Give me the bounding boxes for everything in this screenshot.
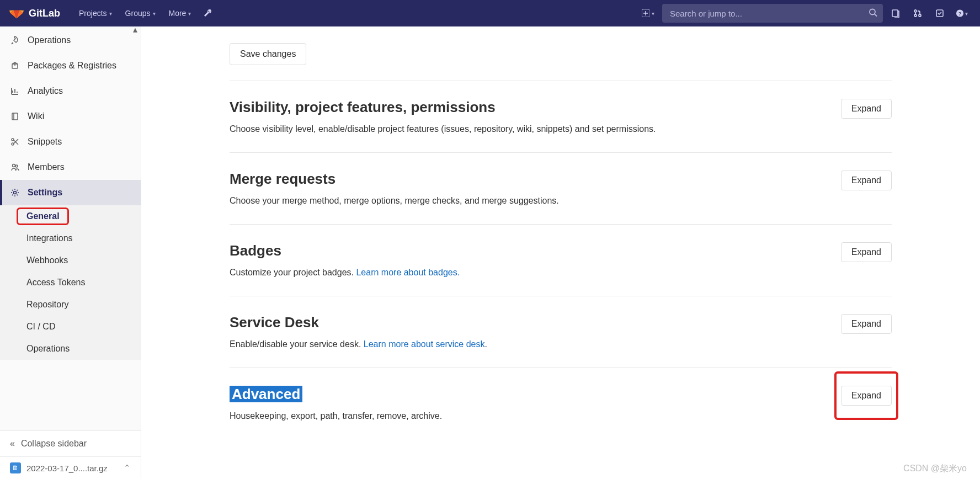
download-bar[interactable]: 🗎 2022-03-17_0....tar.gz ⌃ (0, 456, 141, 479)
main-content[interactable]: Save changes Visibility, project feature… (141, 26, 980, 479)
brand[interactable]: GitLab (9, 5, 60, 22)
sidebar-sub-integrations[interactable]: Integrations (0, 227, 141, 249)
sidebar-item-label: Snippets (28, 137, 62, 147)
svg-point-15 (14, 191, 17, 194)
svg-point-4 (914, 14, 917, 17)
sidebar-sub-ci-cd[interactable]: CI / CD (0, 316, 141, 338)
section-badges: Badges Customize your project badges. Le… (230, 224, 892, 296)
nav-groups[interactable]: Groups▾ (120, 6, 161, 21)
section-service-desk: Service Desk Enable/disable your service… (230, 296, 892, 368)
svg-point-5 (919, 14, 921, 17)
svg-point-12 (12, 143, 14, 145)
sidebar-sub-access-tokens[interactable]: Access Tokens (0, 272, 141, 294)
archive-file-icon: 🗎 (10, 462, 21, 473)
sidebar-item-label: Wiki (28, 111, 44, 121)
rocket-icon (10, 35, 20, 45)
new-menu[interactable]: ▾ (637, 6, 659, 20)
expand-button-badges[interactable]: Expand (841, 242, 892, 262)
save-changes-button[interactable]: Save changes (230, 43, 306, 65)
section-desc: Choose visibility level, enable/disable … (230, 123, 841, 136)
learn-more-service-desk-link[interactable]: Learn more about service desk (364, 339, 485, 349)
sidebar-item-snippets[interactable]: Snippets (0, 129, 141, 155)
chart-icon (10, 86, 20, 96)
download-filename: 2022-03-17_0....tar.gz (26, 464, 108, 473)
sidebar-item-analytics[interactable]: Analytics (0, 78, 141, 104)
sidebar-item-operations[interactable]: Operations (0, 28, 141, 53)
collapse-label: Collapse sidebar (21, 439, 87, 449)
section-desc: Customize your project badges. Learn mor… (230, 266, 841, 279)
watermark: CSDN @柴米yo (903, 463, 967, 475)
sidebar-item-wiki[interactable]: Wiki (0, 104, 141, 129)
book-icon (10, 111, 20, 121)
sidebar-sub-operations[interactable]: Operations (0, 338, 141, 360)
chevrons-left-icon: « (10, 439, 13, 449)
section-desc: Housekeeping, export, path, transfer, re… (230, 409, 841, 423)
expand-button-advanced[interactable]: Expand (841, 386, 892, 406)
expand-button-service-desk[interactable]: Expand (841, 314, 892, 334)
svg-rect-10 (12, 113, 18, 120)
sidebar-item-label: Operations (28, 35, 71, 45)
sidebar-item-label: Analytics (28, 86, 63, 96)
section-desc: Choose your merge method, merge options,… (230, 194, 841, 207)
sidebar-sub-repository[interactable]: Repository (0, 294, 141, 316)
scissors-icon (10, 137, 20, 147)
gitlab-logo-icon (9, 5, 24, 22)
nav-more[interactable]: More▾ (163, 6, 197, 21)
chevron-up-icon: ⌃ (124, 463, 131, 473)
sidebar-scroll[interactable]: ▴ Operations Packages & Registries Analy… (0, 26, 141, 430)
expand-button-visibility[interactable]: Expand (841, 99, 892, 119)
scroll-up-caret-icon: ▴ (133, 26, 137, 34)
section-merge-requests: Merge requests Choose your merge method,… (230, 152, 892, 224)
users-icon (10, 162, 20, 172)
svg-point-3 (914, 10, 917, 12)
search-input[interactable] (662, 4, 883, 23)
sidebar-item-settings[interactable]: Settings (0, 180, 141, 205)
help-menu[interactable]: ? ▾ (952, 4, 971, 23)
expand-button-merge-requests[interactable]: Expand (841, 171, 892, 190)
collapse-sidebar-button[interactable]: « Collapse sidebar (0, 430, 141, 456)
section-title: Visibility, project features, permission… (230, 99, 841, 116)
sidebar-item-members[interactable]: Members (0, 155, 141, 180)
todos-shortcut[interactable] (930, 4, 949, 23)
package-icon (10, 61, 20, 71)
chevron-down-icon: ▾ (109, 10, 112, 17)
gear-icon (10, 188, 20, 198)
chevron-down-icon: ▾ (188, 10, 191, 17)
svg-text:?: ? (958, 11, 962, 17)
section-title: Advanced (230, 386, 841, 403)
sidebar-item-label: Packages & Registries (28, 61, 116, 71)
sidebar-item-label: Members (28, 162, 65, 172)
sidebar-item-label: Settings (28, 188, 62, 198)
section-title: Service Desk (230, 314, 841, 331)
svg-point-13 (13, 164, 15, 167)
sidebar-item-packages-registries[interactable]: Packages & Registries (0, 53, 141, 78)
search-wrapper (662, 4, 883, 23)
section-desc: Enable/disable your service desk. Learn … (230, 338, 841, 351)
merge-requests-shortcut[interactable] (908, 4, 927, 23)
brand-text: GitLab (29, 8, 60, 19)
svg-point-11 (12, 139, 14, 141)
nav-projects[interactable]: Projects▾ (73, 6, 118, 21)
plus-icon (642, 9, 649, 17)
issues-shortcut[interactable] (886, 4, 905, 23)
sidebar-sub-general[interactable]: General (0, 205, 141, 227)
admin-wrench-icon[interactable] (199, 4, 217, 23)
sidebar: ▴ Operations Packages & Registries Analy… (0, 26, 141, 479)
learn-more-badges-link[interactable]: Learn more about badges. (356, 268, 460, 277)
nav-right-cluster: ▾ ? ▾ (637, 4, 971, 23)
sidebar-sub-webhooks[interactable]: Webhooks (0, 249, 141, 272)
chevron-down-icon: ▾ (153, 10, 156, 17)
top-navbar: GitLab Projects▾ Groups▾ More▾ ▾ (0, 0, 980, 26)
svg-rect-2 (892, 10, 898, 17)
chevron-down-icon: ▾ (652, 10, 654, 17)
nav-links: Projects▾ Groups▾ More▾ (73, 4, 217, 23)
section-title: Badges (230, 242, 841, 259)
chevron-down-icon: ▾ (965, 10, 968, 17)
svg-point-14 (15, 165, 18, 167)
section-advanced: Advanced Housekeeping, export, path, tra… (230, 368, 892, 439)
section-visibility: Visibility, project features, permission… (230, 81, 892, 152)
section-title: Merge requests (230, 171, 841, 188)
